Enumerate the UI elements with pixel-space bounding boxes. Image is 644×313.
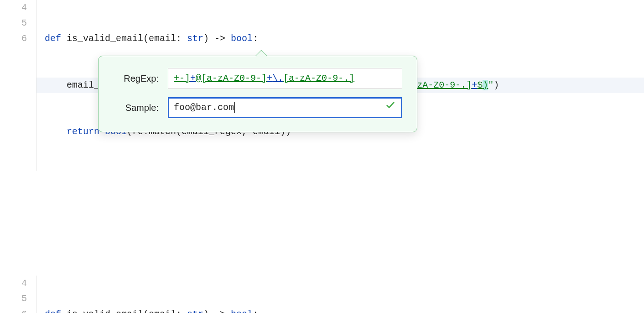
regexp-g2: [a-zA-Z0-9-] [201,71,267,86]
popup-row-regexp: RegExp: +-]+@[a-zA-Z0-9-]+\.[a-zA-Z0-9-.… [113,68,402,89]
regexp-at: @ [196,71,201,86]
type-str: str [187,33,203,44]
keyword-return: return [67,126,99,137]
regexp-label: RegExp: [113,71,168,86]
colon: : [253,33,258,44]
line-number: 4 [0,276,27,291]
regexp-esc: \. [272,71,283,86]
popup-row-sample: Sample: foo@bar.com [113,97,402,118]
ret-arrow: ) -> [203,309,231,313]
paren-close: ) [493,80,499,90]
regexp-input[interactable]: +-]+@[a-zA-Z0-9-]+\.[a-zA-Z0-9-.] [168,68,402,89]
colon: : [253,309,258,313]
keyword-def: def [45,309,61,313]
regex-test-popup[interactable]: RegExp: +-]+@[a-zA-Z0-9-]+\.[a-zA-Z0-9-.… [98,56,417,132]
code-line: def is_valid_email(email: str) -> bool: [45,31,644,47]
regexp-g3: [a-zA-Z0-9-.] [283,71,354,86]
editor-block: 4 5 6 def is_valid_email(email: str) -> … [0,0,644,171]
params-open: (email: [143,309,187,313]
text-cursor [234,102,235,113]
regex-plus: + [472,80,477,90]
line-number: 5 [0,291,27,307]
function-name: is_valid_email [67,33,143,44]
line-number: 6 [0,307,27,313]
regex-group-close: ) [483,80,488,90]
keyword-def: def [45,33,61,44]
ret-arrow: ) -> [203,33,231,44]
type-bool: bool [231,309,253,313]
code-area[interactable]: 4 5 6 def is_valid_email(email: str) -> … [0,276,644,313]
sample-input[interactable]: foo@bar.com [168,97,402,118]
sample-label: Sample: [113,100,168,115]
sample-text: foo@bar.com [174,100,234,115]
regexp-plus: + [267,71,272,86]
editor-block: 4 5 6 def is_valid_email(email: str) -> … [0,276,644,313]
line-gutter: 4 5 6 [0,0,36,171]
regexp-text: +-] [174,71,190,86]
regexp-plus: + [190,71,196,86]
string-quote: " [488,80,493,90]
line-number: 4 [0,0,27,16]
code-content[interactable]: def is_valid_email(email: str) -> bool: … [36,276,644,313]
line-gutter: 4 5 6 [0,276,36,313]
params-open: (email: [143,33,187,44]
check-icon [385,100,395,115]
type-str: str [187,309,203,313]
line-number: 6 [0,31,27,47]
line-number: 5 [0,16,27,31]
function-name: is_valid_email [67,309,143,313]
type-bool: bool [231,33,253,44]
regex-dollar: $ [477,80,483,90]
code-line: def is_valid_email(email: str) -> bool: [45,307,644,313]
